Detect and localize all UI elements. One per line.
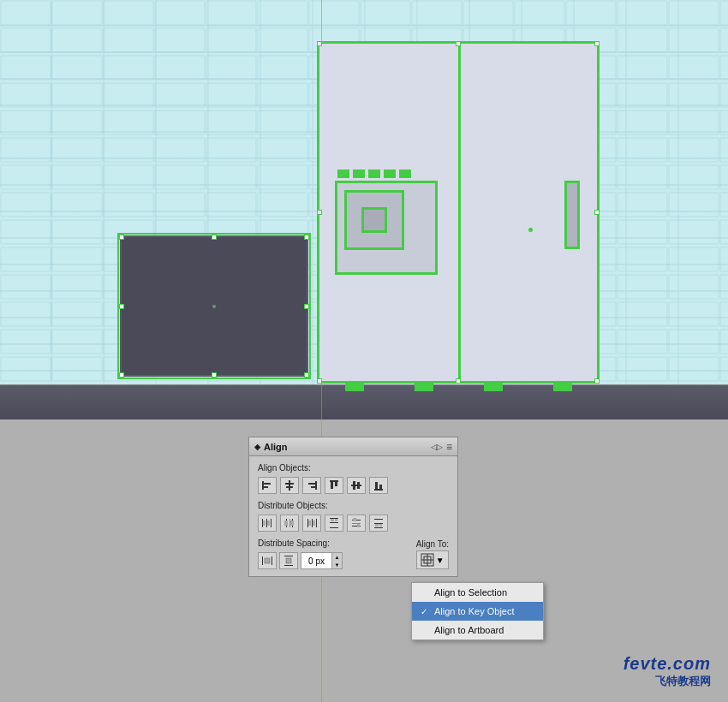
handle-bm[interactable] xyxy=(212,372,217,378)
svg-rect-16 xyxy=(331,482,333,489)
indicator-1 xyxy=(337,170,349,178)
indicator-4 xyxy=(384,170,396,178)
cabinet-handle-tl[interactable] xyxy=(317,41,322,46)
svg-rect-32 xyxy=(284,521,288,526)
align-to-icon xyxy=(421,553,434,567)
cabinet-handle-mr[interactable] xyxy=(594,210,600,215)
align-to-label: Align To: xyxy=(416,539,449,549)
handle-mr[interactable] xyxy=(304,304,309,309)
align-to-dropdown-menu: Align to Selection ✓ Align to Key Object… xyxy=(411,582,544,640)
dropdown-item-align-to-selection[interactable]: Align to Selection xyxy=(412,583,543,602)
panel-header[interactable]: ◈ Align ◁▷ ≡ xyxy=(249,437,457,456)
svg-rect-52 xyxy=(375,524,379,526)
svg-rect-23 xyxy=(379,485,382,489)
foot-2 xyxy=(415,381,433,391)
svg-rect-45 xyxy=(352,523,361,524)
svg-rect-13 xyxy=(308,483,315,485)
svg-rect-6 xyxy=(262,481,264,490)
cabinet-handle-bm[interactable] xyxy=(456,378,461,384)
svg-rect-54 xyxy=(262,556,263,565)
panel-menu-icon[interactable]: ≡ xyxy=(446,441,452,453)
distribute-v-spacing-button[interactable] xyxy=(279,552,298,569)
distribute-left-button[interactable] xyxy=(258,515,277,532)
distribute-h-spacing-button[interactable] xyxy=(258,552,277,569)
svg-rect-49 xyxy=(374,519,383,520)
svg-rect-41 xyxy=(330,527,338,528)
panel-double-arrow[interactable]: ◁▷ xyxy=(431,443,443,451)
indicator-2 xyxy=(353,170,365,178)
svg-rect-38 xyxy=(313,521,315,526)
checkmark-key-object: ✓ xyxy=(421,607,429,616)
svg-rect-43 xyxy=(335,519,337,521)
svg-rect-51 xyxy=(374,527,383,528)
panel-controls: ◁▷ ≡ xyxy=(431,441,452,453)
svg-rect-42 xyxy=(331,519,334,521)
distribute-objects-label: Distribute Objects: xyxy=(258,501,449,510)
align-top-edges-button[interactable] xyxy=(325,477,343,494)
cabinet-handle-br[interactable] xyxy=(594,378,600,384)
align-bottom-edges-button[interactable] xyxy=(369,477,388,494)
svg-rect-20 xyxy=(357,482,360,489)
handle-tr[interactable] xyxy=(304,235,309,240)
svg-rect-57 xyxy=(284,556,293,556)
panel-inner xyxy=(344,190,404,250)
spinner-down-button[interactable]: ▼ xyxy=(331,561,342,568)
cabinet-handle-bl[interactable] xyxy=(317,378,322,384)
svg-rect-17 xyxy=(335,482,337,486)
panel-body: Align Objects: xyxy=(249,456,457,576)
svg-rect-48 xyxy=(357,524,360,527)
distribute-top-button[interactable] xyxy=(325,515,343,532)
handle-bl[interactable] xyxy=(119,372,124,378)
watermark: fevte.com 飞特教程网 xyxy=(624,654,711,689)
cabinet-handle-tm[interactable] xyxy=(456,41,461,46)
panel-collapse-arrow[interactable]: ◈ xyxy=(254,443,260,451)
spacing-input-group[interactable]: ▲ ▼ xyxy=(301,552,343,569)
svg-rect-12 xyxy=(315,481,317,490)
distribute-center-v-button[interactable] xyxy=(347,515,366,532)
svg-rect-14 xyxy=(311,486,315,488)
dropdown-item-align-to-key-object[interactable]: ✓ Align to Key Object xyxy=(412,602,543,621)
spinner-up-button[interactable]: ▲ xyxy=(331,553,342,561)
svg-rect-21 xyxy=(374,489,383,491)
green-dot xyxy=(528,228,533,232)
align-left-edges-button[interactable] xyxy=(258,477,277,494)
svg-rect-30 xyxy=(289,519,290,527)
cabinet-object[interactable] xyxy=(317,41,600,384)
canvas-area xyxy=(0,0,728,419)
distribute-objects-row xyxy=(258,515,449,532)
watermark-line2: 飞特教程网 xyxy=(624,674,711,689)
align-objects-row xyxy=(258,477,449,494)
cabinet-handle-ml[interactable] xyxy=(317,210,322,215)
distribute-center-h-button[interactable] xyxy=(280,515,299,532)
dropdown-item-align-to-artboard[interactable]: Align to Artboard xyxy=(412,621,543,640)
svg-rect-36 xyxy=(316,519,317,527)
svg-rect-26 xyxy=(271,519,272,527)
cabinet-handle-tr[interactable] xyxy=(594,41,600,46)
distribute-bottom-button[interactable] xyxy=(369,515,388,532)
distribute-right-button[interactable] xyxy=(302,515,321,532)
handle-br[interactable] xyxy=(304,372,309,378)
spacing-input[interactable] xyxy=(301,553,331,568)
dark-box-object[interactable] xyxy=(120,235,308,377)
handle-ml[interactable] xyxy=(119,304,124,309)
checkmark-artboard xyxy=(421,626,429,635)
handle-tm[interactable] xyxy=(212,235,217,240)
cabinet-handle xyxy=(564,181,580,249)
handle-tl[interactable] xyxy=(119,235,124,240)
align-centers-horizontal-button[interactable] xyxy=(280,477,299,494)
svg-rect-56 xyxy=(265,558,270,563)
align-centers-vertical-button[interactable] xyxy=(347,477,366,494)
panel-indicators xyxy=(337,170,411,178)
indicator-5 xyxy=(399,170,411,178)
svg-rect-28 xyxy=(267,521,270,526)
svg-rect-22 xyxy=(375,482,378,489)
align-to-section: Align To: ▼ xyxy=(416,539,449,569)
svg-rect-10 xyxy=(285,483,294,485)
svg-rect-53 xyxy=(379,524,382,526)
align-right-edges-button[interactable] xyxy=(302,477,321,494)
align-to-dropdown-button[interactable]: ▼ xyxy=(416,550,449,569)
panel-title: Align xyxy=(264,442,288,452)
svg-rect-50 xyxy=(374,523,383,524)
svg-rect-24 xyxy=(262,519,263,527)
svg-rect-58 xyxy=(284,565,293,566)
